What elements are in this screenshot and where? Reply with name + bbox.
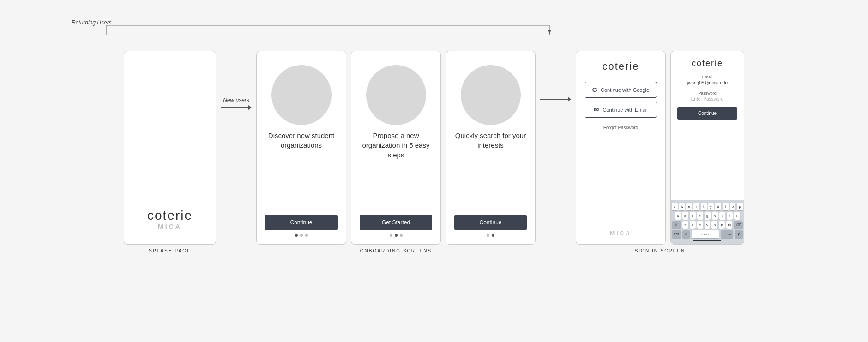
home-indicator bbox=[693, 240, 721, 241]
onboarding-image-3 bbox=[461, 65, 521, 125]
key-b[interactable]: b bbox=[711, 221, 717, 229]
key-t[interactable]: t bbox=[701, 203, 707, 210]
dots-row-2 bbox=[390, 234, 403, 237]
key-d[interactable]: d bbox=[690, 212, 696, 220]
onboarding-continue-3[interactable]: Continue bbox=[454, 215, 527, 230]
key-mic[interactable]: 🎙 bbox=[735, 230, 743, 238]
onboarding-screens-row: Discover new student organizations Conti… bbox=[256, 51, 536, 245]
arrow-line bbox=[221, 105, 252, 110]
key-n[interactable]: n bbox=[719, 221, 725, 229]
dots-row-1 bbox=[295, 234, 308, 237]
key-g[interactable]: g bbox=[705, 212, 711, 220]
key-q[interactable]: q bbox=[672, 203, 678, 210]
signin-screens-row: coterie G Continue with Google ✉ Continu… bbox=[576, 51, 744, 245]
email-icon: ✉ bbox=[594, 106, 599, 113]
onboarding-text-3: Quickly search for your interests bbox=[454, 131, 527, 150]
auth-mica-logo: MICA bbox=[610, 221, 632, 237]
key-emoji[interactable]: ☺ bbox=[682, 230, 691, 238]
key-x[interactable]: x bbox=[690, 221, 696, 229]
onboarding-page-label: ONBOARDING SCREENS bbox=[360, 248, 432, 253]
keyboard: q w e r t y u i o p a bbox=[671, 200, 744, 244]
google-btn-label: Continue with Google bbox=[601, 87, 649, 93]
auth-options-phone: coterie G Continue with Google ✉ Continu… bbox=[576, 51, 666, 245]
dot-1-active bbox=[295, 234, 298, 237]
key-c[interactable]: c bbox=[697, 221, 703, 229]
onboarding-screen-1: Discover new student organizations Conti… bbox=[256, 51, 346, 245]
arrow-shaft bbox=[221, 107, 248, 108]
forgot-password[interactable]: Forgot Password bbox=[603, 125, 639, 130]
key-l[interactable]: l bbox=[734, 212, 740, 220]
new-users-label: New users bbox=[223, 97, 249, 103]
key-i[interactable]: i bbox=[723, 203, 729, 210]
onboarding-text-1: Discover new student organizations bbox=[265, 131, 338, 150]
email-signin-button[interactable]: ✉ Continue with Email bbox=[585, 102, 657, 118]
key-backspace[interactable]: ⌫ bbox=[734, 221, 743, 229]
key-shift[interactable]: ⇧ bbox=[672, 221, 681, 229]
splash-mica-logo: MICA bbox=[158, 223, 182, 230]
signin-page-label: SIGN IN SCREEN bbox=[635, 248, 686, 253]
dot-2-active bbox=[395, 234, 398, 237]
key-r[interactable]: r bbox=[693, 203, 699, 210]
main-layout: coterie MICA SPLASH PAGE New users Disco… bbox=[0, 51, 868, 253]
onboarding-continue-1[interactable]: Continue bbox=[265, 215, 338, 230]
to-signin-arrow bbox=[536, 97, 576, 102]
key-z[interactable]: z bbox=[682, 221, 688, 229]
key-o[interactable]: o bbox=[730, 203, 736, 210]
key-j[interactable]: j bbox=[719, 212, 725, 220]
splash-phone: coterie MICA bbox=[124, 51, 216, 245]
onboarding-image-2 bbox=[366, 65, 426, 125]
key-p[interactable]: p bbox=[737, 203, 743, 210]
key-nums[interactable]: 123 bbox=[672, 230, 681, 238]
dot-3-active bbox=[492, 234, 494, 237]
key-s[interactable]: s bbox=[682, 212, 688, 220]
onboarding-text-2: Propose a new organization in 5 easy ste… bbox=[360, 131, 432, 160]
onboarding-get-started[interactable]: Get Started bbox=[360, 215, 432, 230]
key-space[interactable]: space bbox=[692, 230, 719, 238]
onboarding-image-1 bbox=[271, 65, 332, 125]
password-field-value[interactable]: Enter Password bbox=[691, 96, 724, 103]
key-f[interactable]: f bbox=[697, 212, 703, 220]
signin-continue-button[interactable]: Continue bbox=[677, 107, 737, 120]
onboarding-screen-2: Propose a new organization in 5 easy ste… bbox=[351, 51, 441, 245]
dot-1-3 bbox=[305, 234, 308, 237]
keyboard-row-4: 123 ☺ space return 🎙 bbox=[672, 230, 743, 238]
dot-2-3 bbox=[400, 234, 403, 237]
splash-page-label: SPLASH PAGE bbox=[149, 248, 191, 253]
google-signin-button[interactable]: G Continue with Google bbox=[585, 82, 657, 98]
signin-form-phone: coterie Email jwang05@mica.edu Password … bbox=[670, 51, 744, 245]
dot-2-1 bbox=[390, 234, 392, 237]
key-v[interactable]: v bbox=[705, 221, 711, 229]
splash-group: coterie MICA SPLASH PAGE bbox=[124, 51, 216, 253]
key-e[interactable]: e bbox=[686, 203, 692, 210]
dot-1-2 bbox=[300, 234, 303, 237]
signin-group: coterie G Continue with Google ✉ Continu… bbox=[576, 51, 744, 253]
new-users-arrow: New users bbox=[216, 97, 256, 110]
signin-form-logo: coterie bbox=[692, 59, 723, 68]
auth-logo: coterie bbox=[602, 60, 639, 72]
key-a[interactable]: a bbox=[675, 212, 681, 220]
email-btn-label: Continue with Email bbox=[603, 107, 647, 113]
returning-users-label: Returning Users bbox=[72, 19, 112, 26]
splash-center: coterie bbox=[147, 65, 193, 223]
key-m[interactable]: m bbox=[726, 221, 732, 229]
arrow-head-2 bbox=[568, 97, 571, 102]
key-w[interactable]: w bbox=[679, 203, 685, 210]
arrow-head bbox=[248, 105, 252, 110]
dot-3-1 bbox=[487, 234, 489, 237]
splash-logo: coterie bbox=[147, 208, 193, 223]
arrow-line-2 bbox=[540, 97, 571, 102]
key-k[interactable]: k bbox=[727, 212, 733, 220]
onboarding-screen-3: Quickly search for your interests Contin… bbox=[446, 51, 536, 245]
onboarding-group: Discover new student organizations Conti… bbox=[256, 51, 536, 253]
key-y[interactable]: y bbox=[708, 203, 714, 210]
google-icon: G bbox=[592, 86, 597, 93]
email-field-value[interactable]: jwang05@mica.edu bbox=[687, 80, 728, 87]
arrow-shaft-2 bbox=[540, 99, 568, 100]
keyboard-row-3: ⇧ z x c v b n m ⌫ bbox=[672, 221, 743, 229]
key-return[interactable]: return bbox=[721, 230, 734, 238]
key-u[interactable]: u bbox=[715, 203, 721, 210]
key-h[interactable]: h bbox=[712, 212, 718, 220]
email-field-label: Email bbox=[702, 75, 713, 79]
keyboard-row-1: q w e r t y u i o p bbox=[672, 203, 743, 210]
keyboard-row-2: a s d f g h j k l bbox=[672, 212, 743, 220]
